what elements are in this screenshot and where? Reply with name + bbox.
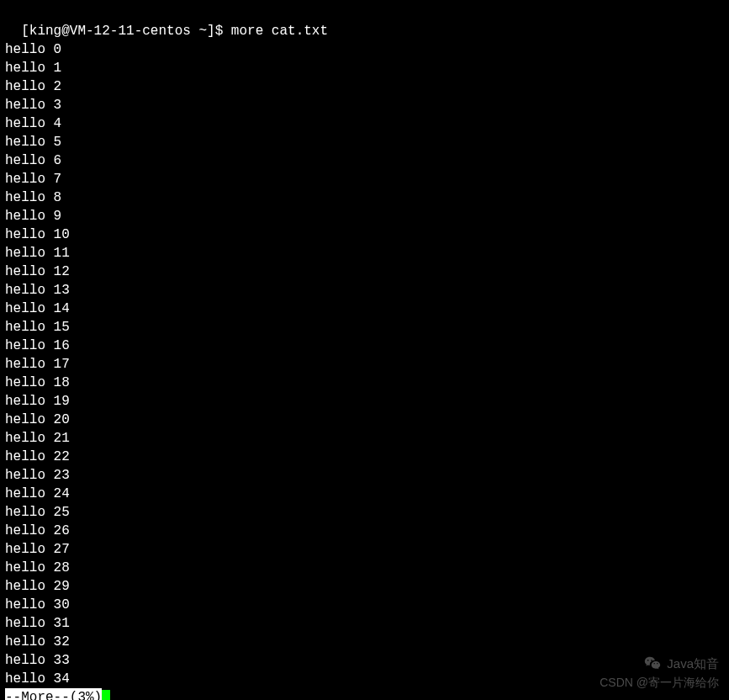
output-line: hello 3: [5, 96, 724, 114]
output-line: hello 25: [5, 503, 724, 522]
watermark-bottom: CSDN @寄一片海给你: [600, 673, 719, 692]
output-line: hello 2: [5, 77, 724, 96]
output-line: hello 4: [5, 114, 724, 133]
output-line: hello 14: [5, 300, 724, 318]
output-line: hello 5: [5, 133, 724, 151]
prompt-text: [king@VM-12-11-centos ~]$ more cat.txt: [21, 24, 328, 39]
output-line: hello 1: [5, 59, 724, 77]
output-line: hello 20: [5, 411, 724, 429]
output-line: hello 10: [5, 225, 724, 244]
output-line: hello 22: [5, 448, 724, 466]
output-line: hello 28: [5, 559, 724, 577]
watermark-bottom-text: CSDN @寄一片海给你: [600, 676, 719, 689]
output-line: hello 6: [5, 151, 724, 170]
output-line: hello 9: [5, 207, 724, 225]
shell-prompt-line: [king@VM-12-11-centos ~]$ more cat.txt: [5, 3, 724, 40]
output-line: hello 18: [5, 374, 724, 392]
output-line: hello 7: [5, 170, 724, 188]
output-line: hello 13: [5, 281, 724, 300]
more-status-text: --More--(3%): [5, 688, 102, 700]
output-line: hello 24: [5, 485, 724, 503]
output-line: hello 12: [5, 262, 724, 281]
output-line: hello 0: [5, 40, 724, 59]
terminal-cursor: [102, 690, 110, 700]
output-line: hello 19: [5, 392, 724, 411]
output-line: hello 27: [5, 540, 724, 559]
output-line: hello 30: [5, 596, 724, 614]
watermark-top-text: Java知音: [667, 655, 719, 673]
output-line: hello 33: [5, 651, 724, 670]
output-line: hello 11: [5, 244, 724, 262]
command-output: hello 0hello 1hello 2hello 3hello 4hello…: [5, 40, 724, 688]
output-line: hello 29: [5, 577, 724, 596]
output-line: hello 21: [5, 429, 724, 448]
output-line: hello 32: [5, 633, 724, 651]
output-line: hello 17: [5, 355, 724, 374]
output-line: hello 26: [5, 522, 724, 540]
watermark-top: Java知音: [643, 655, 719, 673]
output-line: hello 31: [5, 614, 724, 633]
output-line: hello 15: [5, 318, 724, 337]
output-line: hello 8: [5, 188, 724, 207]
wechat-icon: [643, 655, 662, 673]
output-line: hello 16: [5, 337, 724, 355]
output-line: hello 23: [5, 466, 724, 485]
